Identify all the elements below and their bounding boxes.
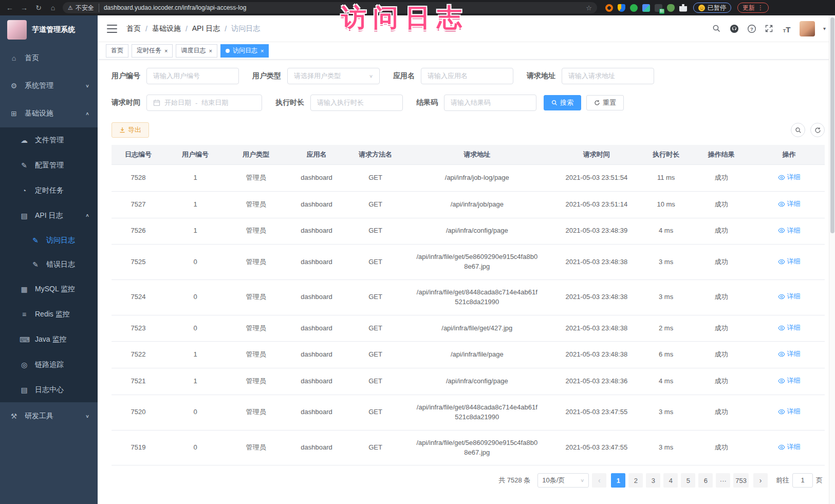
sidebar-item-access-log[interactable]: ✎访问日志	[0, 228, 98, 252]
detail-link[interactable]: 详细	[778, 407, 801, 417]
extension-icon[interactable]	[667, 4, 675, 12]
tab-访问日志[interactable]: 访问日志×	[220, 44, 269, 58]
help-icon[interactable]: ?	[747, 24, 756, 33]
user-id-cell: 1	[165, 342, 226, 368]
scrollbar-thumb[interactable]	[830, 17, 834, 233]
sidebar-item-system-mgmt[interactable]: ⚙系统管理∨	[0, 72, 98, 100]
sidebar-item-infrastructure[interactable]: ⊞基础设施∧	[0, 100, 98, 127]
user-avatar[interactable]	[800, 21, 815, 36]
chevron-down-icon[interactable]: ▾	[823, 26, 826, 31]
request-time-cell: 2021-05-03 23:51:54	[550, 165, 643, 192]
refresh-table-button[interactable]	[810, 123, 825, 137]
breadcrumb-item[interactable]: 基础设施	[152, 24, 181, 33]
sidebar-item-java-monitor[interactable]: ⌨Java 监控	[0, 327, 98, 352]
app-logo[interactable]: 芋道管理系统	[0, 15, 98, 44]
user-id-input[interactable]: 请输入用户编号	[146, 68, 239, 84]
table-row: 75211管理员dashboardGET/api/infra/config/pa…	[112, 368, 825, 395]
page-button-3[interactable]: 3	[646, 473, 660, 488]
detail-link[interactable]: 详细	[778, 292, 801, 302]
next-page-button[interactable]: ›	[753, 473, 768, 488]
sidebar-item-api-log[interactable]: ▤API 日志∧	[0, 203, 98, 228]
page-size-select[interactable]: 10条/页 ∨	[537, 473, 589, 488]
detail-link[interactable]: 详细	[778, 442, 801, 452]
extension-icon[interactable]	[618, 4, 625, 12]
tab-调度日志[interactable]: 调度日志×	[176, 44, 217, 58]
search-icon[interactable]	[712, 24, 721, 33]
security-chip[interactable]: ⚠ 不安全	[68, 4, 99, 12]
tab-定时任务[interactable]: 定时任务×	[132, 44, 173, 58]
page-button-753[interactable]: 753	[733, 473, 749, 488]
detail-link[interactable]: 详细	[778, 349, 801, 359]
fullscreen-icon[interactable]	[765, 24, 774, 33]
detail-link[interactable]: 详细	[778, 323, 801, 333]
close-icon[interactable]: ×	[164, 48, 168, 54]
user-type-select[interactable]: 请选择用户类型 ∨	[287, 68, 380, 84]
sidebar-item-dev-tools[interactable]: ⚒研发工具∨	[0, 402, 98, 430]
back-icon[interactable]: ←	[3, 2, 16, 14]
sidebar-item-file-mgmt[interactable]: ☁文件管理	[0, 127, 98, 153]
translate-extension-icon[interactable]: 翻	[655, 4, 662, 12]
log-id-cell: 7527	[112, 191, 165, 218]
page-button-4[interactable]: 4	[663, 473, 678, 488]
puzzle-extensions-icon[interactable]	[679, 4, 687, 12]
app-name-input[interactable]: 请输入应用名	[421, 68, 513, 84]
font-size-icon[interactable]: TT	[782, 24, 791, 33]
collapse-sidebar-button[interactable]	[107, 25, 117, 33]
browser-menu-icon[interactable]: ⋮	[757, 4, 764, 11]
address-bar[interactable]: ⚠ 不安全 dashboard.yudao.iocoder.cn/infra/l…	[63, 2, 597, 13]
page-button-2[interactable]: 2	[628, 473, 643, 488]
sidebar-item-redis-monitor[interactable]: ≡Redis 监控	[0, 302, 98, 327]
eye-icon	[778, 259, 785, 265]
breadcrumb-item[interactable]: API 日志	[192, 24, 220, 33]
sidebar-item-trace[interactable]: ◎链路追踪	[0, 352, 98, 377]
detail-link[interactable]: 详细	[778, 199, 801, 209]
duration-input[interactable]: 请输入执行时长	[310, 95, 403, 111]
page-button-6[interactable]: 6	[698, 473, 713, 488]
tab-首页[interactable]: 首页	[106, 44, 128, 58]
extension-icon[interactable]	[642, 4, 650, 12]
home-icon[interactable]: ⌂	[46, 2, 60, 14]
paused-badge[interactable]: ☺ 已暂停	[693, 3, 731, 13]
detail-link[interactable]: 详细	[778, 173, 801, 182]
method-cell: GET	[347, 165, 404, 192]
prev-page-button[interactable]: ‹	[592, 473, 606, 488]
app-name-cell: dashboard	[286, 279, 347, 315]
more-pages-button[interactable]: ···	[716, 473, 730, 488]
close-icon[interactable]: ×	[209, 48, 212, 54]
sidebar-item-log-center[interactable]: ▤日志中心	[0, 377, 98, 402]
reset-button[interactable]: 重置	[586, 95, 624, 110]
url-text: dashboard.yudao.iocoder.cn/infra/log/api…	[104, 4, 247, 11]
sidebar-item-error-log[interactable]: ✎错误日志	[0, 252, 98, 276]
github-icon[interactable]	[730, 24, 739, 33]
close-icon[interactable]: ×	[261, 48, 264, 54]
action-cell: 详细	[753, 245, 825, 280]
toggle-search-button[interactable]	[791, 123, 805, 137]
goto-page-input[interactable]: 1	[792, 473, 813, 488]
sidebar-item-mysql-monitor[interactable]: ▦MySQL 监控	[0, 276, 98, 302]
export-button[interactable]: 导出	[112, 122, 149, 138]
update-button[interactable]: 更新 ⋮	[737, 3, 769, 13]
detail-link[interactable]: 详细	[778, 376, 801, 386]
sidebar-item-config-mgmt[interactable]: ✎配置管理	[0, 153, 98, 178]
breadcrumb-item[interactable]: 首页	[126, 24, 141, 33]
sidebar-item-home[interactable]: ⌂首页	[0, 44, 98, 72]
sidebar-item-scheduled-jobs[interactable]: ◔定时任务	[0, 178, 98, 203]
request-time-range-picker[interactable]: 开始日期 - 结束日期	[146, 95, 262, 111]
log-id-cell: 7528	[112, 165, 165, 192]
forward-icon[interactable]: →	[17, 2, 31, 14]
download-icon	[119, 127, 125, 133]
bookmark-star-icon[interactable]: ☆	[586, 4, 592, 12]
reload-icon[interactable]: ↻	[32, 2, 45, 14]
extension-icon[interactable]	[605, 4, 613, 12]
result-code-input[interactable]: 请输入结果码	[444, 95, 536, 111]
log-icon: ▤	[20, 212, 29, 220]
scrollbar[interactable]	[829, 15, 835, 504]
page-button-1[interactable]: 1	[611, 473, 625, 488]
extension-icon[interactable]	[630, 4, 638, 12]
search-button[interactable]: 搜索	[544, 95, 581, 110]
request-url-input[interactable]: 请输入请求地址	[562, 68, 654, 84]
chevron-down-icon: ∨	[369, 73, 373, 79]
page-button-5[interactable]: 5	[681, 473, 695, 488]
detail-link[interactable]: 详细	[778, 226, 801, 236]
detail-link[interactable]: 详细	[778, 257, 801, 267]
